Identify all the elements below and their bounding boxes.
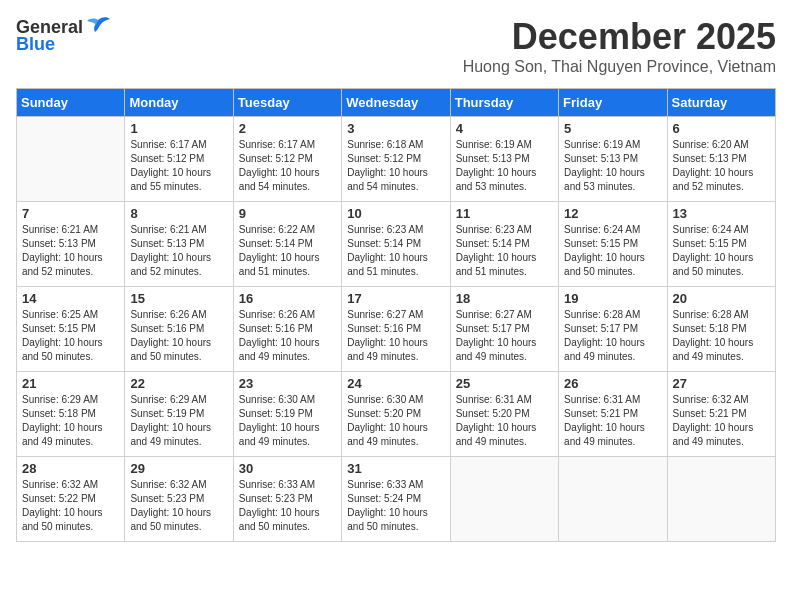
day-info: Sunrise: 6:26 AMSunset: 5:16 PMDaylight:… <box>130 308 227 364</box>
day-info: Sunrise: 6:17 AMSunset: 5:12 PMDaylight:… <box>239 138 336 194</box>
calendar-cell <box>17 117 125 202</box>
header-thursday: Thursday <box>450 89 558 117</box>
day-number: 13 <box>673 206 770 221</box>
day-info: Sunrise: 6:32 AMSunset: 5:23 PMDaylight:… <box>130 478 227 534</box>
calendar-cell: 25Sunrise: 6:31 AMSunset: 5:20 PMDayligh… <box>450 372 558 457</box>
calendar-cell: 7Sunrise: 6:21 AMSunset: 5:13 PMDaylight… <box>17 202 125 287</box>
calendar-cell: 14Sunrise: 6:25 AMSunset: 5:15 PMDayligh… <box>17 287 125 372</box>
day-number: 3 <box>347 121 444 136</box>
day-number: 10 <box>347 206 444 221</box>
day-number: 21 <box>22 376 119 391</box>
day-number: 9 <box>239 206 336 221</box>
day-number: 31 <box>347 461 444 476</box>
day-info: Sunrise: 6:21 AMSunset: 5:13 PMDaylight:… <box>22 223 119 279</box>
calendar-cell: 21Sunrise: 6:29 AMSunset: 5:18 PMDayligh… <box>17 372 125 457</box>
calendar-cell: 20Sunrise: 6:28 AMSunset: 5:18 PMDayligh… <box>667 287 775 372</box>
calendar-cell: 23Sunrise: 6:30 AMSunset: 5:19 PMDayligh… <box>233 372 341 457</box>
day-info: Sunrise: 6:19 AMSunset: 5:13 PMDaylight:… <box>564 138 661 194</box>
day-info: Sunrise: 6:23 AMSunset: 5:14 PMDaylight:… <box>347 223 444 279</box>
subtitle: Huong Son, Thai Nguyen Province, Vietnam <box>463 58 776 76</box>
calendar-cell <box>450 457 558 542</box>
day-info: Sunrise: 6:28 AMSunset: 5:18 PMDaylight:… <box>673 308 770 364</box>
day-number: 1 <box>130 121 227 136</box>
header-friday: Friday <box>559 89 667 117</box>
day-info: Sunrise: 6:29 AMSunset: 5:18 PMDaylight:… <box>22 393 119 449</box>
day-number: 28 <box>22 461 119 476</box>
header: General Blue December 2025 Huong Son, Th… <box>16 16 776 84</box>
day-number: 26 <box>564 376 661 391</box>
day-number: 6 <box>673 121 770 136</box>
day-info: Sunrise: 6:17 AMSunset: 5:12 PMDaylight:… <box>130 138 227 194</box>
logo: General Blue <box>16 16 113 55</box>
day-number: 23 <box>239 376 336 391</box>
day-info: Sunrise: 6:32 AMSunset: 5:22 PMDaylight:… <box>22 478 119 534</box>
day-number: 20 <box>673 291 770 306</box>
calendar-cell: 13Sunrise: 6:24 AMSunset: 5:15 PMDayligh… <box>667 202 775 287</box>
day-number: 17 <box>347 291 444 306</box>
day-number: 15 <box>130 291 227 306</box>
day-info: Sunrise: 6:23 AMSunset: 5:14 PMDaylight:… <box>456 223 553 279</box>
calendar-week-3: 14Sunrise: 6:25 AMSunset: 5:15 PMDayligh… <box>17 287 776 372</box>
calendar-cell: 29Sunrise: 6:32 AMSunset: 5:23 PMDayligh… <box>125 457 233 542</box>
header-monday: Monday <box>125 89 233 117</box>
calendar-cell: 11Sunrise: 6:23 AMSunset: 5:14 PMDayligh… <box>450 202 558 287</box>
calendar-week-4: 21Sunrise: 6:29 AMSunset: 5:18 PMDayligh… <box>17 372 776 457</box>
day-info: Sunrise: 6:20 AMSunset: 5:13 PMDaylight:… <box>673 138 770 194</box>
page-container: General Blue December 2025 Huong Son, Th… <box>16 16 776 542</box>
calendar-cell: 31Sunrise: 6:33 AMSunset: 5:24 PMDayligh… <box>342 457 450 542</box>
day-number: 30 <box>239 461 336 476</box>
day-number: 7 <box>22 206 119 221</box>
day-number: 16 <box>239 291 336 306</box>
day-info: Sunrise: 6:30 AMSunset: 5:20 PMDaylight:… <box>347 393 444 449</box>
day-info: Sunrise: 6:28 AMSunset: 5:17 PMDaylight:… <box>564 308 661 364</box>
calendar-cell: 3Sunrise: 6:18 AMSunset: 5:12 PMDaylight… <box>342 117 450 202</box>
day-info: Sunrise: 6:24 AMSunset: 5:15 PMDaylight:… <box>564 223 661 279</box>
day-info: Sunrise: 6:24 AMSunset: 5:15 PMDaylight:… <box>673 223 770 279</box>
calendar-cell: 27Sunrise: 6:32 AMSunset: 5:21 PMDayligh… <box>667 372 775 457</box>
calendar-cell: 5Sunrise: 6:19 AMSunset: 5:13 PMDaylight… <box>559 117 667 202</box>
day-number: 25 <box>456 376 553 391</box>
day-info: Sunrise: 6:26 AMSunset: 5:16 PMDaylight:… <box>239 308 336 364</box>
calendar-week-1: 1Sunrise: 6:17 AMSunset: 5:12 PMDaylight… <box>17 117 776 202</box>
calendar-cell: 10Sunrise: 6:23 AMSunset: 5:14 PMDayligh… <box>342 202 450 287</box>
day-number: 29 <box>130 461 227 476</box>
calendar-cell: 6Sunrise: 6:20 AMSunset: 5:13 PMDaylight… <box>667 117 775 202</box>
logo-text: General Blue <box>16 16 113 55</box>
header-tuesday: Tuesday <box>233 89 341 117</box>
day-info: Sunrise: 6:32 AMSunset: 5:21 PMDaylight:… <box>673 393 770 449</box>
day-info: Sunrise: 6:30 AMSunset: 5:19 PMDaylight:… <box>239 393 336 449</box>
day-info: Sunrise: 6:31 AMSunset: 5:20 PMDaylight:… <box>456 393 553 449</box>
calendar-header-row: SundayMondayTuesdayWednesdayThursdayFrid… <box>17 89 776 117</box>
title-block: December 2025 Huong Son, Thai Nguyen Pro… <box>463 16 776 84</box>
day-number: 19 <box>564 291 661 306</box>
day-info: Sunrise: 6:31 AMSunset: 5:21 PMDaylight:… <box>564 393 661 449</box>
day-info: Sunrise: 6:29 AMSunset: 5:19 PMDaylight:… <box>130 393 227 449</box>
calendar-cell: 22Sunrise: 6:29 AMSunset: 5:19 PMDayligh… <box>125 372 233 457</box>
calendar-cell: 12Sunrise: 6:24 AMSunset: 5:15 PMDayligh… <box>559 202 667 287</box>
day-info: Sunrise: 6:18 AMSunset: 5:12 PMDaylight:… <box>347 138 444 194</box>
header-saturday: Saturday <box>667 89 775 117</box>
day-number: 12 <box>564 206 661 221</box>
header-sunday: Sunday <box>17 89 125 117</box>
day-number: 27 <box>673 376 770 391</box>
day-number: 22 <box>130 376 227 391</box>
calendar-table: SundayMondayTuesdayWednesdayThursdayFrid… <box>16 88 776 542</box>
calendar-week-2: 7Sunrise: 6:21 AMSunset: 5:13 PMDaylight… <box>17 202 776 287</box>
day-number: 2 <box>239 121 336 136</box>
day-info: Sunrise: 6:21 AMSunset: 5:13 PMDaylight:… <box>130 223 227 279</box>
calendar-cell: 15Sunrise: 6:26 AMSunset: 5:16 PMDayligh… <box>125 287 233 372</box>
calendar-cell: 1Sunrise: 6:17 AMSunset: 5:12 PMDaylight… <box>125 117 233 202</box>
header-wednesday: Wednesday <box>342 89 450 117</box>
month-title: December 2025 <box>463 16 776 58</box>
day-number: 14 <box>22 291 119 306</box>
calendar-cell: 9Sunrise: 6:22 AMSunset: 5:14 PMDaylight… <box>233 202 341 287</box>
calendar-cell: 17Sunrise: 6:27 AMSunset: 5:16 PMDayligh… <box>342 287 450 372</box>
day-info: Sunrise: 6:25 AMSunset: 5:15 PMDaylight:… <box>22 308 119 364</box>
day-info: Sunrise: 6:27 AMSunset: 5:17 PMDaylight:… <box>456 308 553 364</box>
calendar-cell: 8Sunrise: 6:21 AMSunset: 5:13 PMDaylight… <box>125 202 233 287</box>
calendar-cell: 24Sunrise: 6:30 AMSunset: 5:20 PMDayligh… <box>342 372 450 457</box>
calendar-cell <box>559 457 667 542</box>
day-number: 4 <box>456 121 553 136</box>
calendar-cell <box>667 457 775 542</box>
day-number: 18 <box>456 291 553 306</box>
